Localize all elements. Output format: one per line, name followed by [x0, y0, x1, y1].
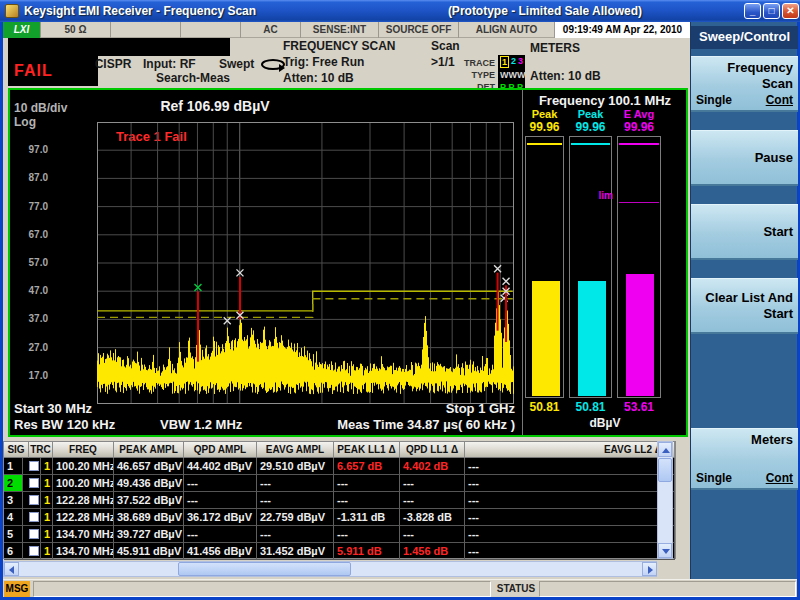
row-checkbox[interactable] — [29, 546, 39, 556]
row-checkbox[interactable] — [29, 529, 39, 539]
trace-types: WWW — [498, 69, 525, 81]
y-tick-label: 87.0 — [12, 172, 48, 183]
cell-eavg: 22.759 dBµV — [257, 509, 334, 526]
sense-status: SENSE:INT — [301, 22, 379, 38]
cell-ell2: --- — [465, 509, 675, 526]
table-row[interactable]: 51134.70 MHz39.727 dBµV--------------- — [4, 526, 675, 543]
start-button[interactable]: Start — [691, 204, 798, 260]
cell-sig: 4 — [4, 509, 23, 526]
meter-peak-hold-value: 99.96 — [525, 120, 564, 134]
single-cont-toggle[interactable]: SingleCont — [696, 471, 793, 485]
cell-trc: 1 — [41, 526, 53, 543]
cell-pll1: --- — [334, 475, 400, 492]
close-button[interactable]: ✕ — [782, 3, 799, 19]
cell-peak: 45.911 dBµV — [114, 543, 184, 560]
frequency-scan-button[interactable]: FrequencyScanSingleCont — [691, 56, 798, 112]
vscroll-thumb[interactable] — [658, 458, 672, 482]
vbw-label: VBW 1.2 MHz — [160, 417, 242, 432]
limit-marker-label: lim — [581, 190, 613, 201]
cell-chk[interactable] — [23, 492, 41, 509]
cell-chk[interactable] — [23, 509, 41, 526]
trigger-label: Trig: Free Run — [283, 55, 364, 69]
cell-chk[interactable] — [23, 526, 41, 543]
menu-header: Sweep/Control — [691, 26, 798, 49]
status-label: STATUS — [495, 581, 537, 597]
column-header: QPD LL1 Δ — [400, 442, 465, 458]
row-checkbox[interactable] — [29, 512, 39, 522]
start-freq-label: Start 30 MHz — [14, 401, 92, 416]
meter-peak-hold-line — [619, 143, 659, 145]
app-icon — [5, 4, 19, 18]
column-header: PEAK LL1 Δ — [334, 442, 400, 458]
input-label: Input: RF — [143, 57, 196, 71]
cell-sig: 6 — [4, 543, 23, 560]
cell-qpd: 36.172 dBµV — [184, 509, 257, 526]
y-tick-label: 37.0 — [12, 313, 48, 324]
table-vscrollbar[interactable] — [657, 441, 673, 559]
cell-freq: 134.70 MHz — [53, 543, 114, 560]
y-tick-label: 77.0 — [12, 201, 48, 212]
table-row[interactable]: 21100.20 MHz49.436 dBµV--------------- — [4, 475, 675, 492]
column-header: TRC — [29, 442, 53, 458]
trace-row-label: TRACE — [451, 58, 495, 68]
scroll-left-button[interactable] — [4, 562, 19, 576]
msg-indicator[interactable]: MSG — [4, 581, 30, 597]
status-blank-1 — [111, 22, 181, 38]
limit-line-ll2 — [97, 299, 513, 318]
cell-ell2: --- — [465, 526, 675, 543]
meter-peak-hold-line — [571, 143, 610, 145]
meter-bar — [626, 274, 654, 396]
scroll-down-button[interactable] — [658, 543, 672, 558]
cell-freq: 100.20 MHz — [53, 458, 114, 475]
cell-ell2: --- — [465, 475, 675, 492]
sweep-type-label: Swept — [219, 57, 254, 71]
cell-qpd: --- — [184, 475, 257, 492]
signal-x-marker — [503, 278, 510, 285]
window-subtitle: (Prototype - Limited Sale Allowed) — [420, 4, 670, 18]
trace-number: 2 — [511, 56, 516, 68]
row-checkbox[interactable] — [29, 461, 39, 471]
search-meas-label: Search-Meas — [141, 71, 245, 85]
meter-label: Peak — [525, 108, 564, 120]
atten-label: Atten: 10 dB — [283, 71, 354, 85]
meter-bar-cell — [617, 136, 661, 398]
softkey-label: Meters — [695, 432, 793, 448]
hscroll-thumb[interactable] — [178, 562, 351, 576]
maximize-button[interactable]: □ — [763, 3, 780, 19]
single-cont-toggle[interactable]: SingleCont — [696, 93, 793, 107]
row-checkbox[interactable] — [29, 495, 39, 505]
trace-type: W — [517, 70, 526, 80]
clear-list-and-start-button[interactable]: Clear List AndStart — [691, 278, 798, 334]
cell-chk[interactable] — [23, 458, 41, 475]
cell-chk[interactable] — [23, 475, 41, 492]
source-status: SOURCE OFF — [379, 22, 459, 38]
meters-button[interactable]: MetersSingleCont — [691, 428, 798, 490]
cell-sig: 5 — [4, 526, 23, 543]
scale-per-div-label: 10 dB/div — [14, 101, 67, 115]
input-impedance: 50 Ω — [41, 22, 111, 38]
title-bar: Keysight EMI Receiver - Frequency Scan (… — [0, 0, 800, 22]
minimize-button[interactable]: _ — [744, 3, 761, 19]
spectrum-plot — [97, 122, 514, 404]
y-tick-label: 17.0 — [12, 370, 48, 381]
cell-qll1: --- — [400, 475, 465, 492]
cell-freq: 122.28 MHz — [53, 509, 114, 526]
row-checkbox[interactable] — [29, 478, 39, 488]
cispr-label: CISPR — [85, 57, 141, 71]
table-row[interactable]: 41122.28 MHz38.689 dBµV36.172 dBµV22.759… — [4, 509, 675, 526]
trace-numbers: 123 — [498, 55, 525, 69]
cell-pll1: -1.311 dB — [334, 509, 400, 526]
cell-peak: 39.727 dBµV — [114, 526, 184, 543]
table-row[interactable]: 61134.70 MHz45.911 dBµV41.456 dBµV31.452… — [4, 543, 675, 560]
cell-chk[interactable] — [23, 543, 41, 560]
table-row[interactable]: 31122.28 MHz37.522 dBµV--------------- — [4, 492, 675, 509]
scroll-up-button[interactable] — [658, 442, 672, 457]
scroll-right-button[interactable] — [642, 562, 657, 576]
cell-trc: 1 — [41, 475, 53, 492]
table-hscrollbar[interactable] — [3, 561, 657, 577]
cell-freq: 122.28 MHz — [53, 492, 114, 509]
cell-peak: 49.436 dBµV — [114, 475, 184, 492]
table-row[interactable]: 11100.20 MHz46.657 dBµV44.402 dBµV29.510… — [4, 458, 675, 475]
pause-button[interactable]: Pause — [691, 130, 798, 186]
meters-panel: Frequency 100.1 MHz Peak99.9650.81Peak99… — [522, 90, 686, 435]
